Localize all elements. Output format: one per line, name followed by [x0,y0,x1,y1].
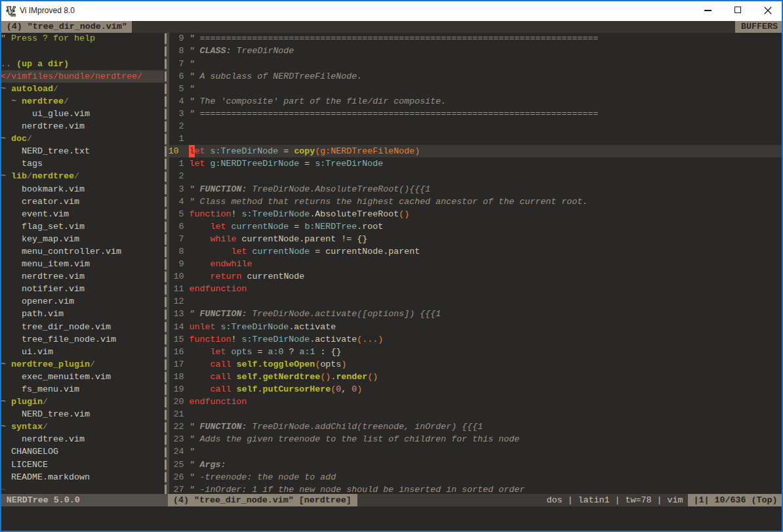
svg-text:im: im [10,12,16,16]
